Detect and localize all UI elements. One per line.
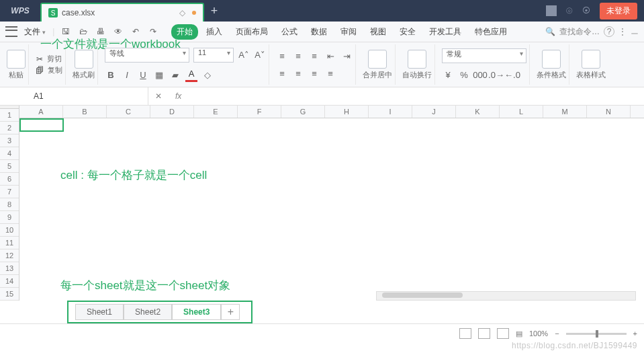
- cancel-icon[interactable]: ✕: [148, 91, 169, 101]
- col-header[interactable]: C: [107, 106, 150, 118]
- row-header[interactable]: 2: [0, 122, 19, 134]
- sheet-tab-sheet2[interactable]: Sheet2: [124, 304, 172, 320]
- add-sheet-button[interactable]: +: [221, 304, 240, 320]
- collapse-ribbon-icon[interactable]: ㅡ: [631, 26, 639, 38]
- row-header[interactable]: 3: [0, 134, 19, 147]
- copy-icon[interactable]: 🗐: [36, 66, 44, 75]
- row-header[interactable]: 15: [0, 288, 19, 301]
- window-icon-3[interactable]: ⦿: [582, 6, 590, 15]
- zoom-slider[interactable]: [566, 333, 627, 335]
- merge-icon[interactable]: [368, 50, 387, 69]
- underline-icon[interactable]: U: [137, 69, 149, 81]
- row-header[interactable]: 11: [0, 237, 19, 249]
- col-header[interactable]: E: [194, 106, 238, 118]
- zoom-in-icon[interactable]: +: [633, 329, 637, 338]
- align-left-icon[interactable]: ≡: [276, 67, 288, 79]
- break-view-icon[interactable]: [497, 328, 509, 339]
- cell-grid[interactable]: [19, 118, 644, 301]
- row-header[interactable]: 6: [0, 173, 19, 186]
- number-format-select[interactable]: 常规: [442, 48, 526, 63]
- undo-icon[interactable]: ↶: [128, 24, 143, 39]
- row-header[interactable]: 13: [0, 262, 19, 275]
- print-icon[interactable]: 🖶: [93, 24, 108, 39]
- border-icon[interactable]: ▦: [153, 69, 165, 81]
- row-header[interactable]: 14: [0, 275, 19, 288]
- login-button[interactable]: 未登录: [600, 3, 637, 19]
- page-view-icon[interactable]: [478, 328, 490, 339]
- dec-inc-icon[interactable]: .0→: [490, 69, 502, 81]
- align-right-icon[interactable]: ≡: [308, 67, 320, 79]
- col-header[interactable]: M: [543, 106, 587, 118]
- file-menu[interactable]: 文件 ▾: [24, 26, 46, 38]
- cut-icon[interactable]: ✂: [36, 54, 43, 64]
- font-name-select[interactable]: 等线: [105, 48, 189, 63]
- col-header[interactable]: D: [150, 106, 194, 118]
- col-header[interactable]: J: [412, 106, 456, 118]
- thousands-icon[interactable]: 000: [474, 69, 486, 81]
- window-icon-2[interactable]: ⦾: [566, 6, 573, 15]
- row-header[interactable]: 5: [0, 160, 19, 173]
- sheet-tab-sheet1[interactable]: Sheet1: [75, 304, 124, 320]
- dec-dec-icon[interactable]: ←.0: [506, 69, 518, 81]
- col-header[interactable]: K: [456, 106, 500, 118]
- clear-format-icon[interactable]: ◇: [201, 69, 214, 81]
- currency-icon[interactable]: ¥: [442, 69, 454, 81]
- italic-icon[interactable]: I: [121, 69, 133, 81]
- align-center-icon[interactable]: ≡: [292, 67, 304, 79]
- decrease-font-icon[interactable]: A˅: [254, 49, 266, 61]
- sheet-tab-sheet3[interactable]: Sheet3: [172, 304, 221, 320]
- tab-安全[interactable]: 安全: [394, 24, 421, 40]
- zoom-value[interactable]: 100%: [529, 329, 548, 338]
- tab-开始[interactable]: 开始: [171, 24, 198, 40]
- row-header[interactable]: 10: [0, 224, 19, 237]
- align-bot-icon[interactable]: ≡: [308, 50, 320, 62]
- tab-特色应用[interactable]: 特色应用: [469, 24, 512, 40]
- font-color-icon[interactable]: A: [185, 68, 197, 82]
- comment-icon[interactable]: ◇: [179, 8, 185, 17]
- table-style-icon[interactable]: [582, 50, 600, 69]
- increase-font-icon[interactable]: A˄: [238, 49, 250, 61]
- percent-icon[interactable]: %: [458, 69, 470, 81]
- col-header[interactable]: B: [63, 106, 107, 118]
- indent-dec-icon[interactable]: ⇤: [324, 50, 336, 62]
- window-icon-1[interactable]: [546, 5, 557, 16]
- reading-view-icon[interactable]: ▤: [516, 329, 522, 338]
- folder-icon[interactable]: 🗁: [76, 24, 91, 39]
- wrap-icon[interactable]: [408, 50, 426, 69]
- indent-inc-icon[interactable]: ⇥: [340, 50, 353, 62]
- document-tab[interactable]: S case.xlsx ◇: [40, 3, 204, 22]
- save-icon[interactable]: 🖫: [58, 24, 73, 39]
- active-cell[interactable]: [19, 118, 64, 132]
- align-mid-icon[interactable]: ≡: [292, 50, 304, 62]
- col-header[interactable]: N: [587, 106, 631, 118]
- tab-插入[interactable]: 插入: [201, 24, 228, 40]
- print-preview-icon[interactable]: 👁: [111, 24, 126, 39]
- col-header[interactable]: A: [19, 106, 63, 118]
- row-header[interactable]: 4: [0, 147, 19, 160]
- col-header[interactable]: I: [369, 106, 412, 118]
- tab-数据[interactable]: 数据: [306, 24, 332, 40]
- col-header[interactable]: L: [500, 106, 543, 118]
- new-tab-button[interactable]: +: [204, 4, 224, 18]
- row-header[interactable]: 9: [0, 211, 19, 224]
- row-header[interactable]: 8: [0, 198, 19, 211]
- align-top-icon[interactable]: ≡: [276, 50, 288, 62]
- format-painter-icon[interactable]: [75, 50, 93, 69]
- col-header[interactable]: F: [238, 106, 281, 118]
- horizontal-scrollbar[interactable]: [376, 291, 636, 301]
- font-size-select[interactable]: 11: [193, 48, 234, 63]
- row-header[interactable]: 1: [0, 109, 19, 122]
- tab-开发工具[interactable]: 开发工具: [424, 24, 467, 40]
- hamburger-icon[interactable]: [5, 26, 17, 37]
- tab-公式[interactable]: 公式: [276, 24, 303, 40]
- tab-审阅[interactable]: 审阅: [335, 24, 362, 40]
- row-header[interactable]: 7: [0, 186, 19, 198]
- search-input[interactable]: 查找命令…: [559, 26, 600, 38]
- fill-color-icon[interactable]: ▰: [169, 69, 181, 81]
- col-header[interactable]: H: [325, 106, 369, 118]
- justify-icon[interactable]: ≡: [324, 67, 336, 79]
- row-header[interactable]: 12: [0, 249, 19, 262]
- help-icon[interactable]: ?: [604, 26, 614, 37]
- col-header[interactable]: G: [281, 106, 325, 118]
- zoom-out-icon[interactable]: −: [555, 329, 559, 338]
